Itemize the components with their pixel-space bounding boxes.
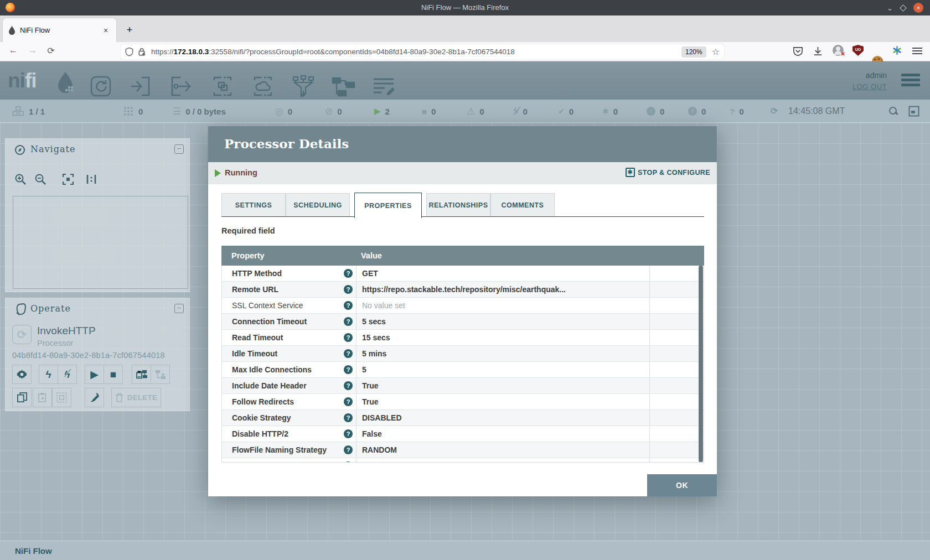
tab-comments[interactable]: COMMENTS bbox=[490, 193, 555, 217]
account-extension-icon[interactable]: ✕ bbox=[833, 45, 844, 56]
property-value[interactable]: 5 bbox=[356, 362, 649, 377]
browser-tab[interactable]: NiFi Flow × bbox=[3, 18, 116, 42]
remote-process-group-tool-icon[interactable] bbox=[250, 75, 276, 97]
zoom-in-icon[interactable] bbox=[14, 173, 27, 185]
shield-icon[interactable] bbox=[125, 47, 133, 56]
help-icon[interactable]: ? bbox=[344, 413, 353, 422]
property-value[interactable]: 5 secs bbox=[356, 314, 649, 329]
ublock-icon[interactable]: UO bbox=[852, 45, 864, 56]
help-icon[interactable]: ? bbox=[344, 429, 353, 438]
table-scrollbar[interactable] bbox=[699, 266, 703, 462]
hamburger-menu-icon[interactable] bbox=[911, 46, 923, 56]
lock-warning-icon[interactable] bbox=[137, 47, 147, 56]
table-row[interactable]: Include Date Header? True bbox=[222, 378, 704, 394]
tab-relationships[interactable]: RELATIONSHIPS bbox=[426, 193, 490, 217]
zoom-fit-icon[interactable] bbox=[62, 173, 74, 185]
table-row[interactable]: Idle Timeout? 5 mins bbox=[222, 346, 704, 362]
processor-tool-icon[interactable] bbox=[89, 75, 113, 97]
table-row[interactable]: SSL Context Service? No value set bbox=[222, 298, 704, 314]
property-value[interactable]: No value set bbox=[356, 458, 649, 463]
operate-collapse-button[interactable]: − bbox=[174, 304, 184, 313]
help-icon[interactable]: ? bbox=[344, 445, 353, 454]
process-group-tool-icon[interactable] bbox=[210, 75, 235, 97]
help-icon[interactable]: ? bbox=[344, 269, 353, 278]
disable-button[interactable]: ϟ bbox=[58, 365, 77, 384]
window-maximize-icon[interactable] bbox=[900, 4, 907, 12]
help-icon[interactable]: ? bbox=[344, 462, 353, 463]
stop-button[interactable]: ■ bbox=[104, 365, 123, 384]
enable-button[interactable]: ϟ bbox=[39, 365, 58, 384]
logout-link[interactable]: LOG OUT bbox=[852, 82, 887, 91]
navigate-collapse-button[interactable]: − bbox=[174, 144, 184, 154]
property-value[interactable]: True bbox=[356, 378, 649, 393]
nifi-global-menu-icon[interactable] bbox=[901, 74, 920, 89]
pocket-icon[interactable] bbox=[793, 46, 804, 57]
back-icon[interactable]: ← bbox=[7, 45, 20, 55]
help-icon[interactable]: ? bbox=[344, 365, 353, 374]
birdseye-toggle-icon[interactable] bbox=[908, 106, 919, 117]
refresh-icon[interactable]: ⟳ bbox=[771, 106, 778, 116]
paste-button[interactable] bbox=[33, 388, 52, 407]
selected-component-id[interactable]: 04b8fd14-80a9-30e2-8b1a-7cf067544018 bbox=[12, 351, 165, 360]
table-row[interactable]: Max Idle Connections? 5 bbox=[222, 362, 704, 378]
stop-and-configure-button[interactable]: STOP & CONFIGURE bbox=[626, 168, 710, 177]
search-icon[interactable] bbox=[888, 106, 898, 116]
table-row[interactable]: Read Timeout? 15 secs bbox=[222, 330, 704, 346]
page-zoom-badge[interactable]: 120% bbox=[681, 46, 706, 58]
ok-button[interactable]: OK bbox=[647, 474, 717, 496]
help-icon[interactable]: ? bbox=[344, 317, 353, 326]
delete-button[interactable]: DELETE bbox=[111, 388, 161, 407]
table-row[interactable]: Cookie Strategy? DISABLED bbox=[222, 410, 704, 426]
input-port-tool-icon[interactable] bbox=[129, 75, 153, 97]
help-icon[interactable]: ? bbox=[344, 397, 353, 406]
help-icon[interactable]: ? bbox=[344, 333, 353, 342]
tab-properties[interactable]: PROPERTIES bbox=[354, 193, 422, 218]
table-row[interactable]: HTTP Method? GET bbox=[222, 266, 704, 282]
group-button[interactable] bbox=[52, 388, 71, 407]
fill-color-button[interactable] bbox=[85, 388, 104, 407]
template-tool-icon[interactable] bbox=[331, 75, 356, 97]
download-icon[interactable] bbox=[813, 46, 824, 57]
configure-button[interactable] bbox=[12, 365, 32, 384]
url-text[interactable]: https://172.18.0.3:32558/nifi/?processGr… bbox=[151, 48, 681, 56]
window-close-icon[interactable]: × bbox=[913, 3, 923, 13]
property-value[interactable]: RANDOM bbox=[356, 442, 649, 458]
property-value[interactable]: GET bbox=[356, 266, 649, 281]
table-row[interactable]: Remote URL? https://repo.stackable.tech/… bbox=[222, 282, 704, 298]
output-port-tool-icon[interactable] bbox=[169, 75, 195, 97]
help-icon[interactable]: ? bbox=[344, 381, 353, 390]
label-tool-icon[interactable] bbox=[371, 75, 397, 97]
property-value[interactable]: False bbox=[356, 426, 649, 442]
upload-template-button[interactable] bbox=[151, 365, 170, 384]
start-button[interactable]: ▶ bbox=[85, 365, 104, 384]
property-value[interactable]: No value set bbox=[356, 298, 649, 313]
table-row-partial[interactable]: Attributes to Send? No value set bbox=[222, 458, 704, 463]
property-value[interactable]: DISABLED bbox=[356, 410, 649, 426]
property-value[interactable]: 15 secs bbox=[356, 330, 649, 345]
table-row[interactable]: Disable HTTP/2? False bbox=[222, 426, 704, 442]
create-template-button[interactable] bbox=[132, 365, 151, 384]
new-tab-button[interactable]: + bbox=[122, 22, 137, 38]
zoom-actual-size-icon[interactable] bbox=[85, 173, 97, 185]
zoom-out-icon[interactable] bbox=[34, 173, 46, 185]
tab-scheduling[interactable]: SCHEDULING bbox=[286, 193, 350, 217]
funnel-tool-icon[interactable] bbox=[291, 75, 316, 98]
reload-icon[interactable]: ⟳ bbox=[44, 45, 58, 56]
tab-settings[interactable]: SETTINGS bbox=[221, 193, 286, 217]
forward-icon[interactable]: → bbox=[26, 45, 39, 55]
property-value[interactable]: 5 mins bbox=[356, 346, 649, 361]
url-bar[interactable]: https://172.18.0.3:32558/nifi/?processGr… bbox=[121, 44, 724, 59]
colorful-extension-icon[interactable] bbox=[891, 45, 902, 56]
copy-button[interactable] bbox=[12, 388, 32, 407]
table-row[interactable]: FlowFile Naming Strategy? RANDOM bbox=[222, 442, 704, 458]
breadcrumb[interactable]: NiFi Flow bbox=[15, 546, 52, 556]
help-icon[interactable]: ? bbox=[344, 301, 353, 310]
property-value[interactable]: True bbox=[356, 394, 649, 409]
tab-close-icon[interactable]: × bbox=[101, 26, 111, 35]
birdseye-map[interactable] bbox=[13, 196, 188, 289]
table-row[interactable]: Follow Redirects? True bbox=[222, 394, 704, 410]
help-icon[interactable]: ? bbox=[344, 349, 353, 358]
window-minimize-icon[interactable]: ⌄ bbox=[887, 4, 893, 12]
table-row[interactable]: Connection Timeout? 5 secs bbox=[222, 314, 704, 330]
property-value[interactable]: https://repo.stackable.tech/repository/m… bbox=[356, 282, 649, 297]
